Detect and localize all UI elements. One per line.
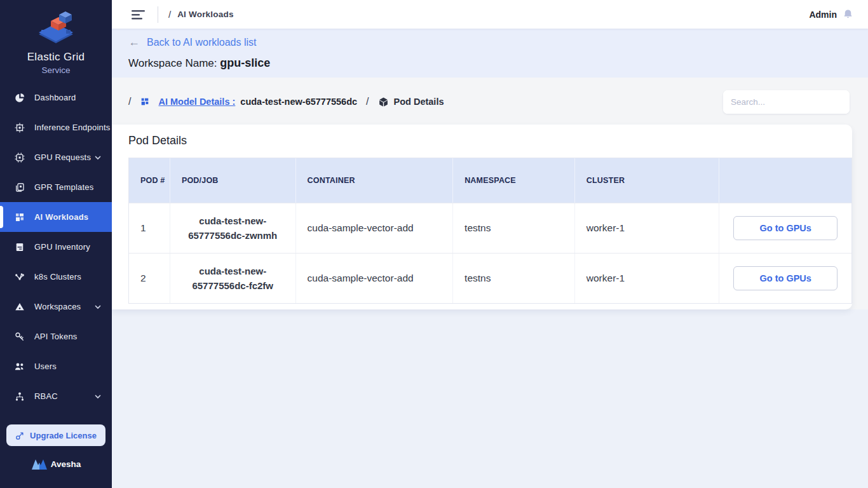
section-title: Pod Details bbox=[128, 134, 187, 147]
col-header-pod-job: POD/JOB bbox=[170, 158, 296, 203]
pod-num-cell: 2 bbox=[129, 254, 170, 303]
workspace-icon bbox=[14, 301, 25, 313]
user-name: Admin bbox=[809, 10, 837, 20]
sidebar-item-label: Inference Endpoints bbox=[34, 123, 110, 132]
search-input[interactable] bbox=[723, 90, 850, 114]
col-header-namespace: NAMESPACE bbox=[453, 158, 575, 203]
templates-icon bbox=[14, 182, 25, 193]
model-grid-icon bbox=[140, 97, 150, 107]
sidebar-item-workspaces[interactable]: Workspaces bbox=[0, 292, 112, 322]
upgrade-key-icon bbox=[15, 431, 25, 440]
detail-breadcrumb: / AI Model Details : cuda-test-new-65777… bbox=[128, 89, 444, 114]
logo-block: Elastic Grid Service bbox=[0, 0, 112, 75]
elastic-grid-logo-icon bbox=[36, 10, 76, 44]
ai-model-details-link[interactable]: AI Model Details : bbox=[158, 97, 235, 107]
dashboard-pie-icon bbox=[14, 92, 25, 104]
back-arrow-icon[interactable]: ← bbox=[128, 36, 140, 49]
col-header-pod-num: POD # bbox=[129, 158, 170, 203]
sidebar-item-users[interactable]: Users bbox=[0, 351, 112, 381]
cluster-icon bbox=[14, 271, 25, 283]
cluster-cell: worker-1 bbox=[575, 203, 720, 253]
sidebar-item-label: Workspaces bbox=[34, 302, 81, 311]
sidebar-item-label: GPR Templates bbox=[34, 182, 93, 192]
sidebar: Elastic Grid Service Dashboard Inference… bbox=[0, 0, 112, 488]
chip-icon bbox=[14, 122, 25, 133]
topbar-user-area: Admin bbox=[809, 8, 854, 20]
sidebar-item-api-tokens[interactable]: API Tokens bbox=[0, 322, 112, 351]
back-link[interactable]: Back to AI workloads list bbox=[147, 37, 257, 48]
cpu-icon bbox=[14, 152, 25, 163]
brand-name: Avesha bbox=[51, 459, 81, 469]
pod-cube-icon bbox=[378, 97, 389, 107]
workspace-name-value: gpu-slice bbox=[220, 57, 270, 69]
pod-job-cell: cuda-test-new-65777556dc-zwnmh bbox=[170, 203, 296, 253]
sidebar-nav: Dashboard Inference Endpoints GPU Reques… bbox=[0, 83, 112, 411]
app-root: Elastic Grid Service Dashboard Inference… bbox=[0, 0, 868, 488]
sidebar-item-gpu-requests[interactable]: GPU Requests bbox=[0, 142, 112, 172]
col-header-cluster: CLUSTER bbox=[575, 158, 720, 203]
container-cell: cuda-sample-vector-add bbox=[296, 203, 454, 253]
logo-title: Elastic Grid bbox=[0, 51, 112, 64]
sidebar-item-label: Dashboard bbox=[34, 93, 76, 102]
namespace-cell: testns bbox=[453, 254, 575, 303]
sidebar-item-dashboard[interactable]: Dashboard bbox=[0, 83, 112, 112]
actions-cell: Go to GPUs bbox=[719, 203, 851, 253]
go-to-gpus-button[interactable]: Go to GPUs bbox=[733, 266, 837, 290]
cluster-cell: worker-1 bbox=[575, 254, 720, 303]
avesha-logo-icon bbox=[31, 458, 48, 470]
sidebar-item-ai-workloads[interactable]: AI Workloads bbox=[0, 202, 112, 232]
workspace-label: Workspace Name: bbox=[128, 57, 217, 69]
sidebar-item-label: GPU Requests bbox=[34, 152, 91, 162]
topbar-divider bbox=[158, 6, 158, 23]
sidebar-item-label: AI Workloads bbox=[34, 212, 88, 222]
workspace-name-row: Workspace Name: gpu-slice bbox=[128, 57, 270, 70]
sidebar-item-gpu-inventory[interactable]: GPU Inventory bbox=[0, 232, 112, 262]
sidebar-item-label: Users bbox=[34, 362, 57, 371]
table-row: 1 cuda-test-new-65777556dc-zwnmh cuda-sa… bbox=[129, 203, 851, 253]
sidebar-item-label: GPU Inventory bbox=[34, 242, 90, 252]
notification-bell-icon[interactable] bbox=[842, 8, 854, 20]
active-indicator bbox=[0, 206, 3, 228]
logo-subtitle: Service bbox=[0, 65, 112, 75]
sidebar-item-label: k8s Clusters bbox=[34, 272, 81, 281]
sidebar-item-label: RBAC bbox=[34, 391, 58, 401]
sidebar-item-inference-endpoints[interactable]: Inference Endpoints bbox=[0, 112, 112, 142]
pod-details-crumb: Pod Details bbox=[394, 97, 444, 107]
upgrade-license-label: Upgrade License bbox=[30, 431, 97, 440]
col-header-container: CONTAINER bbox=[296, 158, 454, 203]
sidebar-item-label: API Tokens bbox=[34, 332, 78, 341]
breadcrumb-slash: / bbox=[366, 96, 369, 107]
pod-details-card: Pod Details POD # POD/JOB CONTAINER NAME… bbox=[112, 125, 852, 309]
sidebar-item-k8s-clusters[interactable]: k8s Clusters bbox=[0, 262, 112, 292]
chevron-down-icon bbox=[94, 154, 102, 161]
breadcrumb-current: AI Workloads bbox=[177, 10, 233, 19]
users-icon bbox=[14, 361, 25, 372]
grid-icon bbox=[14, 212, 25, 223]
container-cell: cuda-sample-vector-add bbox=[296, 254, 454, 303]
pod-job-cell: cuda-test-new-65777556dc-fc2fw bbox=[170, 254, 296, 303]
col-header-actions bbox=[719, 158, 851, 203]
topbar: / AI Workloads Admin bbox=[112, 0, 868, 29]
chevron-down-icon bbox=[94, 393, 102, 400]
search-box bbox=[723, 90, 850, 114]
table-header-row: POD # POD/JOB CONTAINER NAMESPACE CLUSTE… bbox=[129, 158, 851, 203]
upgrade-license-button[interactable]: Upgrade License bbox=[6, 424, 105, 446]
brand-footer: Avesha bbox=[0, 458, 112, 470]
go-to-gpus-button[interactable]: Go to GPUs bbox=[733, 216, 837, 240]
table-row: 2 cuda-test-new-65777556dc-fc2fw cuda-sa… bbox=[129, 253, 851, 303]
inventory-icon bbox=[14, 241, 25, 253]
sidebar-item-gpr-templates[interactable]: GPR Templates bbox=[0, 172, 112, 202]
workspace-header: ← Back to AI workloads list Workspace Na… bbox=[112, 29, 868, 78]
pod-num-cell: 1 bbox=[129, 203, 170, 253]
sidebar-item-rbac[interactable]: RBAC bbox=[0, 381, 112, 411]
actions-cell: Go to GPUs bbox=[719, 254, 851, 303]
namespace-cell: testns bbox=[453, 203, 575, 253]
key-icon bbox=[14, 331, 25, 342]
pod-table: POD # POD/JOB CONTAINER NAMESPACE CLUSTE… bbox=[128, 158, 852, 304]
chevron-down-icon bbox=[94, 303, 102, 311]
model-name: cuda-test-new-65777556dc bbox=[240, 97, 357, 107]
breadcrumb-slash: / bbox=[128, 96, 131, 107]
menu-toggle-icon[interactable] bbox=[131, 9, 146, 20]
breadcrumb-slash: / bbox=[168, 9, 171, 20]
back-link-row[interactable]: ← Back to AI workloads list bbox=[128, 36, 257, 49]
